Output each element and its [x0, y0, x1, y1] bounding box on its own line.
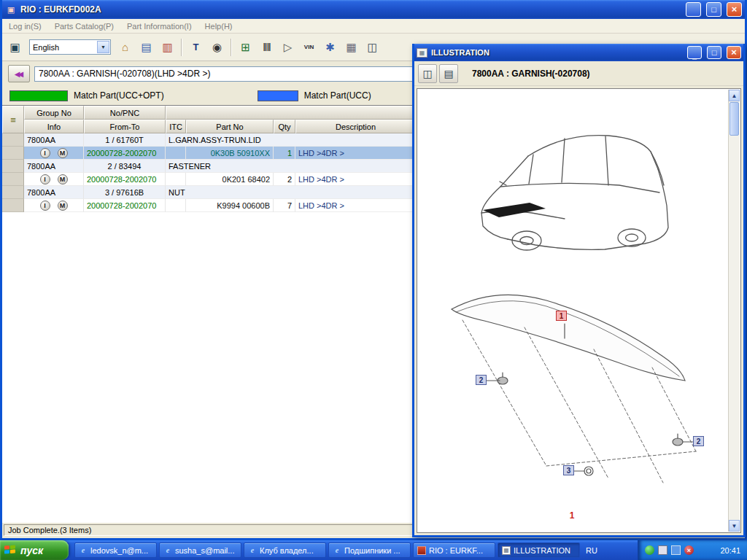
main-titlebar[interactable]: ▣ RIO : EURKFD002A _ □ ×	[2, 0, 745, 19]
browser-icon: e	[248, 546, 257, 555]
illustration-titlebar[interactable]: ▦ ILLUSTRATION _ □ ×	[414, 44, 743, 61]
callout-2-right[interactable]: 2	[693, 436, 704, 446]
row-gutter[interactable]	[2, 133, 24, 147]
app-icon: ▣	[5, 4, 17, 15]
print-icon[interactable]: ▤	[439, 64, 458, 83]
cell-part-no: 0K201 68402	[186, 173, 274, 186]
taskbar-item-illustration[interactable]: ▦ ILLUSTRATION	[498, 542, 580, 558]
cell-no-pnc: 3 / 97616B	[84, 186, 166, 199]
callout-2-left[interactable]: 2	[476, 375, 487, 385]
cell-itc	[166, 173, 186, 186]
home-icon[interactable]: ⌂	[115, 37, 135, 57]
page-number: 1	[419, 510, 725, 521]
print-icon[interactable]: ▥	[158, 37, 177, 57]
save-icon[interactable]: ◫	[363, 37, 382, 57]
cell-info: I M	[24, 199, 84, 212]
close-button[interactable]: ×	[727, 2, 742, 17]
illustration-content: 1 2 2 3 1 ▲ ▼	[417, 88, 741, 533]
browser-icon: e	[163, 546, 172, 555]
info-icon[interactable]: I	[40, 201, 50, 211]
row-gutter[interactable]	[2, 173, 24, 186]
image-icon[interactable]: ▦	[341, 37, 361, 57]
illustration-minimize-button[interactable]: _	[687, 46, 702, 59]
row-gutter[interactable]	[2, 199, 24, 212]
illustration-part-header: 7800AA : GARNISH(-020708)	[472, 69, 590, 79]
column-header-info[interactable]: Info	[24, 120, 84, 133]
memo-icon[interactable]: M	[58, 148, 68, 158]
cell-qty: 7	[274, 199, 295, 212]
legend-label-ucc-opt: Match Part(UCC+OPT)	[74, 90, 164, 101]
illustration-toolbar: ◫ ▤ 7800AA : GARNISH(-020708)	[414, 61, 743, 86]
illustration-maximize-button[interactable]: □	[707, 46, 721, 59]
column-header-from-to[interactable]: From-To	[84, 120, 166, 133]
column-header-part-no[interactable]: Part No	[186, 120, 274, 133]
chevron-down-icon[interactable]: ▼	[97, 41, 109, 53]
tray-keyboard-icon[interactable]	[658, 545, 667, 555]
column-header-no-pnc[interactable]: No/PNC	[84, 106, 166, 120]
menu-help[interactable]: Help(H)	[198, 20, 239, 32]
text-size-icon[interactable]: T	[186, 37, 206, 57]
language-indicator[interactable]: RU	[582, 540, 601, 560]
search-parts-icon[interactable]: ◉	[207, 37, 227, 57]
taskbar-clock[interactable]: 20:41	[720, 546, 740, 555]
column-header-description[interactable]: Description	[295, 120, 416, 133]
status-text: Job Complete.(3 Items)	[8, 526, 91, 534]
callout-3[interactable]: 3	[563, 465, 574, 475]
back-icon[interactable]: ◀◀	[8, 65, 30, 82]
memo-icon[interactable]: M	[58, 201, 68, 211]
info-icon[interactable]: I	[40, 174, 50, 184]
cell-description: LHD >4DR >	[295, 173, 416, 186]
vertical-scrollbar[interactable]: ▲ ▼	[728, 90, 740, 532]
column-header-group-no[interactable]: Group No	[24, 106, 84, 120]
tray-security-alert-icon[interactable]	[684, 545, 694, 555]
barcode-icon[interactable]: ‖‖	[257, 37, 276, 57]
cell-qty: 1	[274, 147, 295, 160]
menu-parts-catalog[interactable]: Parts Catalog(P)	[48, 20, 120, 32]
toolbar-separator	[231, 39, 232, 56]
vin-search-icon[interactable]: VIN	[299, 37, 319, 57]
desktop: ▣ RIO : EURKFD002A _ □ × Log in(S) Parts…	[0, 0, 747, 560]
catalog-icon[interactable]: ▤	[136, 37, 156, 57]
language-select[interactable]: English ▼	[29, 39, 111, 55]
taskbar-item-browser-1[interactable]: e ledovsk_n@m...	[74, 542, 157, 558]
scroll-up-icon[interactable]: ▲	[729, 90, 740, 101]
row-gutter[interactable]	[2, 160, 24, 173]
display-icon[interactable]: ▣	[5, 37, 25, 57]
row-gutter[interactable]	[2, 186, 24, 199]
cell-group-no: 7800AA	[24, 133, 84, 147]
column-header-qty[interactable]: Qty	[274, 120, 295, 133]
column-header-itc[interactable]: ITC	[166, 120, 186, 133]
taskbar-item-browser-4[interactable]: e Подшипники ...	[328, 542, 411, 558]
tray-status-icon[interactable]	[645, 545, 654, 555]
scrollbar-thumb[interactable]	[729, 102, 739, 136]
save-icon[interactable]: ◫	[418, 64, 437, 83]
menu-part-information[interactable]: Part Information(I)	[120, 20, 198, 32]
scroll-down-icon[interactable]: ▼	[729, 520, 740, 532]
info-icon[interactable]: I	[40, 148, 50, 158]
callout-1[interactable]: 1	[556, 311, 567, 321]
taskbar-item-rio[interactable]: RIO : EURKF...	[413, 542, 495, 558]
illustration-close-button[interactable]: ×	[727, 46, 741, 59]
export-icon[interactable]: ▷	[278, 37, 298, 57]
taskbar-item-browser-3[interactable]: e Клуб владел...	[244, 542, 326, 558]
legend-label-ucc: Match Part(UCC)	[304, 90, 371, 101]
maximize-button[interactable]: □	[706, 2, 721, 17]
windows-flag-icon	[4, 545, 16, 555]
minimize-button[interactable]: _	[686, 2, 701, 17]
start-button[interactable]: пуск	[0, 540, 69, 560]
taskbar-item-label: ledovsk_n@m...	[90, 546, 148, 555]
cell-description: LHD >4DR >	[295, 147, 416, 160]
rows-icon[interactable]: ≡	[2, 106, 24, 133]
cart-icon[interactable]: ⊞	[236, 37, 255, 57]
cell-from-to: 20000728-2002070	[84, 199, 166, 212]
taskbar-item-browser-2[interactable]: e susha_s@mail...	[159, 542, 241, 558]
row-gutter[interactable]	[2, 147, 24, 160]
settings-icon[interactable]: ✱	[320, 37, 340, 57]
cell-no-pnc: 1 / 61760T	[84, 133, 166, 147]
browser-icon: e	[79, 546, 88, 555]
tray-network-icon[interactable]	[671, 545, 681, 555]
memo-icon[interactable]: M	[58, 174, 68, 184]
taskbar-item-label: RIO : EURKF...	[429, 546, 483, 555]
cell-from-to: 20000728-2002070	[84, 147, 166, 160]
menu-login[interactable]: Log in(S)	[2, 20, 48, 32]
